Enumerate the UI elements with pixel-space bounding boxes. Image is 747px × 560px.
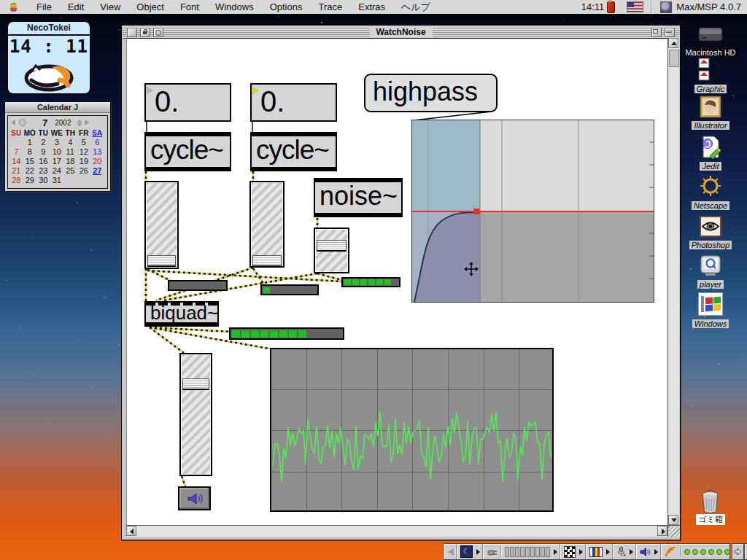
menu-item-options[interactable]: Options bbox=[262, 0, 311, 14]
menu-clock[interactable]: 14:11 bbox=[578, 1, 608, 12]
vertical-scrollbar[interactable] bbox=[667, 38, 679, 525]
close-box[interactable] bbox=[127, 28, 137, 37]
calendar-date-cell[interactable]: 25 bbox=[63, 166, 77, 176]
horizontal-scrollbar[interactable] bbox=[126, 525, 667, 537]
desktop-icon-label[interactable]: Windows bbox=[692, 319, 729, 328]
calendar-date-cell[interactable]: 1 bbox=[23, 138, 37, 147]
calendar-date-cell[interactable]: 10 bbox=[50, 147, 64, 157]
menu-item-file[interactable]: File bbox=[28, 0, 60, 14]
menu-item-trace[interactable]: Trace bbox=[310, 0, 350, 14]
calendar-date-cell[interactable]: 14 bbox=[9, 157, 23, 166]
scroll-down-arrow-icon[interactable] bbox=[668, 515, 678, 525]
desktop-icon-label[interactable]: player bbox=[697, 280, 724, 289]
desktop-icon-label[interactable]: Illustrator bbox=[692, 121, 729, 130]
number-box-2[interactable]: 0. bbox=[250, 83, 337, 122]
calendar-date-cell[interactable]: 19 bbox=[77, 157, 91, 166]
patch-canvas[interactable]: 0. 0. cycle~ cycle~ highpass bbox=[126, 38, 668, 526]
scroll-up-arrow-icon[interactable] bbox=[668, 38, 678, 48]
calendar-date-cell[interactable]: 7 bbox=[9, 147, 23, 157]
calendar-date-cell[interactable]: 6 bbox=[90, 138, 104, 147]
menu-item-windows[interactable]: Windows bbox=[207, 0, 262, 14]
control-strip-edge-button[interactable] bbox=[744, 543, 747, 560]
jedit-document-icon[interactable] bbox=[699, 135, 722, 162]
vertical-slider-3[interactable] bbox=[314, 228, 349, 273]
desktop-icon-netscape[interactable]: Netscape bbox=[681, 174, 740, 201]
menu-item-help[interactable]: ヘルプ bbox=[393, 0, 438, 14]
desktop-icon-label[interactable]: ゴミ箱 bbox=[696, 514, 725, 525]
control-strip-volume[interactable] bbox=[636, 544, 661, 559]
desktop-icon-photoshop[interactable]: Photoshop bbox=[681, 216, 740, 240]
number-box-1[interactable]: 0. bbox=[144, 83, 231, 122]
desktop-icon-label[interactable]: Netscape bbox=[692, 201, 729, 210]
control-strip-monitor-resolution[interactable] bbox=[586, 544, 613, 559]
desktop-icon-trash[interactable]: ゴミ箱 bbox=[681, 489, 740, 518]
vertical-scroll-thumb[interactable] bbox=[669, 50, 679, 67]
calendar-date-cell[interactable]: 21 bbox=[9, 166, 23, 176]
control-strip-battery[interactable] bbox=[483, 544, 560, 559]
control-strip-airport[interactable] bbox=[661, 544, 740, 559]
timing-icon[interactable] bbox=[153, 28, 163, 37]
calendar-date-cell[interactable]: 30 bbox=[36, 176, 50, 185]
scroll-left-arrow-icon[interactable] bbox=[126, 526, 136, 536]
calendar-year[interactable]: 2002 bbox=[55, 119, 71, 127]
control-strip-bit-depth[interactable] bbox=[560, 544, 586, 559]
graphic-folders-icon[interactable] bbox=[697, 57, 724, 85]
quicktime-player-icon[interactable] bbox=[700, 254, 721, 280]
calendar-date-cell[interactable]: 18 bbox=[63, 157, 77, 166]
calendar-date-cell[interactable]: 31 bbox=[50, 176, 64, 185]
desktop-icon-label[interactable]: Graphic bbox=[694, 85, 727, 93]
slider-4-thumb[interactable] bbox=[182, 378, 209, 390]
control-strip-sound-input[interactable] bbox=[613, 544, 636, 559]
control-strip-expand-button[interactable] bbox=[732, 543, 744, 560]
desktop-icon-label[interactable]: Photoshop bbox=[689, 241, 732, 249]
biquad-object[interactable]: biquad~ bbox=[144, 301, 219, 327]
calendar-date-cell[interactable]: 17 bbox=[50, 157, 64, 166]
calendar-month[interactable]: 7 bbox=[42, 117, 47, 128]
calendar-date-cell[interactable]: 15 bbox=[23, 157, 37, 166]
calendar-date-cell[interactable]: 3 bbox=[50, 138, 64, 147]
collapse-box[interactable] bbox=[665, 28, 675, 37]
noise-object[interactable]: noise~ bbox=[314, 178, 403, 217]
calendar-date-cell[interactable]: 13 bbox=[90, 147, 104, 157]
apple-menu-icon[interactable] bbox=[9, 2, 18, 12]
highpass-message-box[interactable]: highpass bbox=[364, 74, 498, 112]
hard-disk-icon[interactable] bbox=[697, 25, 724, 47]
application-menu-name[interactable]: Max/MSP 4.0.7 bbox=[676, 1, 747, 12]
menu-item-view[interactable]: View bbox=[92, 0, 128, 14]
calendar-date-cell[interactable]: 4 bbox=[63, 138, 77, 147]
desktop-icon-macintosh-hd[interactable]: Macintosh HD bbox=[681, 25, 740, 47]
desktop-icon-label[interactable]: Macintosh HD bbox=[683, 48, 738, 57]
calendar-spinner-icon[interactable] bbox=[77, 120, 82, 126]
calendar-date-cell[interactable]: 28 bbox=[9, 176, 23, 185]
menu-item-font[interactable]: Font bbox=[172, 0, 207, 14]
calendar-date-cell[interactable]: 9 bbox=[36, 147, 50, 157]
windows-logo-icon[interactable] bbox=[698, 292, 723, 319]
ezdac-speaker-button[interactable] bbox=[178, 486, 211, 510]
menu-item-edit[interactable]: Edit bbox=[60, 0, 92, 14]
netscape-wheel-icon[interactable] bbox=[698, 174, 723, 201]
desktop-icon-windows[interactable]: Windows bbox=[681, 292, 740, 319]
desktop-icon-jedit[interactable]: Jedit bbox=[681, 135, 740, 162]
calendar-date-cell[interactable]: 27 bbox=[90, 166, 104, 176]
illustrator-portrait-icon[interactable] bbox=[700, 96, 721, 121]
desktop-icon-player[interactable]: player bbox=[681, 254, 740, 280]
desktop-icon-illustrator[interactable]: Illustrator bbox=[681, 96, 740, 121]
scroll-right-arrow-icon[interactable] bbox=[657, 526, 667, 536]
control-strip-energy-saver[interactable]: ☾ bbox=[457, 544, 483, 559]
desktop-icon-label[interactable]: Jedit bbox=[700, 162, 721, 171]
calendar-date-cell[interactable]: 12 bbox=[77, 147, 91, 157]
calendar-date-cell[interactable]: 29 bbox=[23, 176, 37, 185]
calendar-date-cell[interactable]: 22 bbox=[23, 166, 37, 176]
scope-display[interactable] bbox=[270, 348, 554, 512]
calendar-date-cell[interactable]: 11 bbox=[63, 147, 77, 157]
calendar-date-cell[interactable]: 26 bbox=[77, 166, 91, 176]
calendar-today-icon[interactable] bbox=[19, 119, 26, 126]
vertical-slider-4[interactable] bbox=[179, 353, 212, 476]
calendar-next-icon[interactable] bbox=[85, 120, 89, 125]
control-strip-collapse[interactable] bbox=[444, 544, 457, 559]
calendar-prev-icon[interactable] bbox=[11, 120, 15, 125]
keyboard-flag-icon[interactable] bbox=[627, 1, 643, 12]
calendar-date-cell[interactable]: 2 bbox=[36, 138, 50, 147]
window-title-bar[interactable]: WatchNoise bbox=[123, 26, 679, 39]
window-resize-handle[interactable] bbox=[667, 525, 680, 537]
